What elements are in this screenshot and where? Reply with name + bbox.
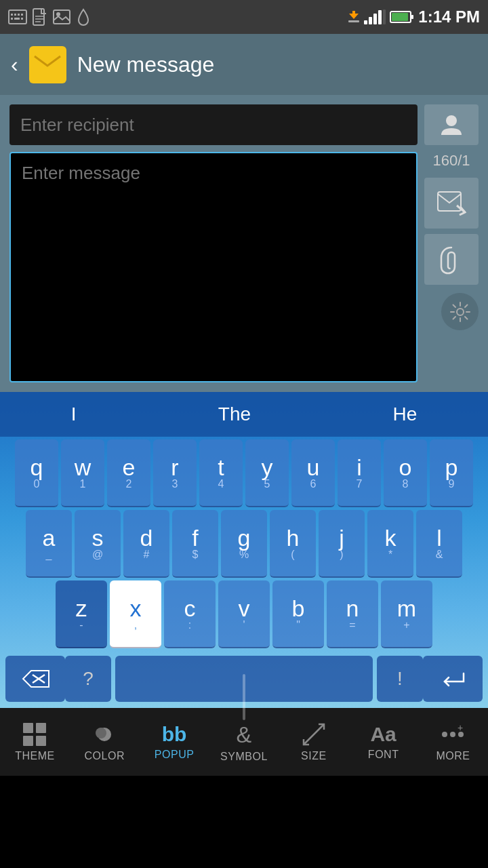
send-button[interactable] xyxy=(424,178,479,229)
page-title: New message xyxy=(77,52,215,77)
recipient-row xyxy=(9,104,479,145)
toolbar-font[interactable]: Aa FONT xyxy=(357,723,411,761)
question-key[interactable]: ? xyxy=(65,656,111,702)
settings-icon xyxy=(449,301,471,323)
recipient-input[interactable] xyxy=(9,104,418,145)
key-h[interactable]: h( xyxy=(270,510,316,578)
toolbar-theme[interactable]: THEME xyxy=(7,722,62,762)
enter-key[interactable] xyxy=(423,656,483,702)
key-y[interactable]: y5 xyxy=(245,439,289,507)
key-s[interactable]: s@ xyxy=(75,510,121,578)
key-j[interactable]: j) xyxy=(319,510,365,578)
message-actions: 160/1 xyxy=(424,152,479,330)
exclamation-key[interactable]: ! xyxy=(377,656,423,702)
toolbar-size[interactable]: SIZE xyxy=(287,722,341,762)
enter-icon xyxy=(439,668,466,690)
svg-rect-34 xyxy=(23,736,33,746)
svg-rect-4 xyxy=(21,14,23,16)
key-c[interactable]: c: xyxy=(164,580,216,648)
delete-key[interactable] xyxy=(5,656,65,702)
status-right-icons: 1:14 PM xyxy=(348,7,480,26)
svg-rect-5 xyxy=(11,18,13,20)
svg-rect-2 xyxy=(14,14,16,16)
svg-rect-18 xyxy=(369,17,372,24)
key-b[interactable]: b" xyxy=(272,580,324,648)
svg-rect-23 xyxy=(392,13,408,21)
space-key[interactable] xyxy=(115,656,373,702)
svg-rect-1 xyxy=(11,14,13,16)
svg-text:+: + xyxy=(458,722,463,733)
send-icon xyxy=(436,191,466,216)
status-left-icons xyxy=(8,8,91,26)
color-icon xyxy=(92,722,117,747)
key-l[interactable]: l& xyxy=(416,510,462,578)
key-e[interactable]: e2 xyxy=(107,439,150,507)
key-w[interactable]: w1 xyxy=(61,439,104,507)
suggestion-2[interactable]: He xyxy=(377,398,434,431)
key-i[interactable]: i7 xyxy=(338,439,381,507)
message-input[interactable] xyxy=(9,152,418,382)
char-count: 160/1 xyxy=(432,152,470,170)
toolbar-color[interactable]: COLOR xyxy=(77,722,131,762)
key-m[interactable]: m+ xyxy=(381,580,432,648)
suggestions-bar: I The He xyxy=(0,392,488,437)
key-t[interactable]: t4 xyxy=(199,439,243,507)
key-row-1: q0 w1 e2 r3 t4 y5 u6 i7 xyxy=(1,439,487,507)
suggestion-1[interactable]: The xyxy=(202,398,267,431)
suggestion-0[interactable]: I xyxy=(55,398,93,431)
time-display: 1:14 PM xyxy=(418,7,480,26)
key-row-3: z- x, c: v' b" n= m+ xyxy=(1,580,487,648)
key-v[interactable]: v' xyxy=(218,580,270,648)
key-g[interactable]: g% xyxy=(221,510,267,578)
droplet-icon xyxy=(76,8,91,26)
more-icon: + xyxy=(440,722,466,747)
toolbar-more[interactable]: + MORE xyxy=(426,722,480,762)
svg-rect-0 xyxy=(9,10,26,24)
popup-label: POPUP xyxy=(155,749,195,761)
attach-button[interactable] xyxy=(424,234,479,285)
svg-point-40 xyxy=(450,732,455,737)
svg-line-38 xyxy=(304,724,324,745)
svg-point-39 xyxy=(442,732,447,737)
font-icon: Aa xyxy=(370,723,396,746)
key-n[interactable]: n= xyxy=(327,580,378,648)
keyboard-icon xyxy=(8,9,27,24)
key-p[interactable]: p9 xyxy=(430,439,473,507)
key-r[interactable]: r3 xyxy=(153,439,197,507)
svg-rect-20 xyxy=(378,10,382,24)
toolbar-symbol[interactable]: & SYMBOL xyxy=(217,722,271,763)
svg-rect-32 xyxy=(23,723,33,733)
keyboard-bottom-row: ? ! xyxy=(0,654,488,708)
key-o[interactable]: o8 xyxy=(384,439,427,507)
color-label: COLOR xyxy=(85,750,125,762)
keyboard-keys: q0 w1 e2 r3 t4 y5 u6 i7 xyxy=(0,437,488,654)
key-f[interactable]: f$ xyxy=(172,510,218,578)
svg-rect-33 xyxy=(36,723,46,733)
font-label: FONT xyxy=(368,749,399,761)
svg-rect-24 xyxy=(411,15,413,19)
svg-rect-8 xyxy=(33,9,44,25)
svg-rect-17 xyxy=(364,20,367,24)
svg-rect-6 xyxy=(14,18,20,20)
key-u[interactable]: u6 xyxy=(291,439,335,507)
svg-rect-19 xyxy=(373,14,377,24)
toolbar-popup[interactable]: bb POPUP xyxy=(147,723,201,761)
svg-rect-25 xyxy=(35,54,60,73)
svg-point-29 xyxy=(457,309,464,315)
key-d[interactable]: d# xyxy=(123,510,169,578)
battery-icon xyxy=(390,10,414,24)
key-k[interactable]: k* xyxy=(367,510,413,578)
contact-picker-button[interactable] xyxy=(424,104,479,145)
theme-icon xyxy=(22,722,47,747)
key-q[interactable]: q0 xyxy=(15,439,58,507)
keyboard-settings-button[interactable] xyxy=(441,293,479,330)
message-icon xyxy=(29,46,66,83)
key-x[interactable]: x, xyxy=(110,580,161,648)
key-a[interactable]: a_ xyxy=(26,510,72,578)
back-button[interactable]: ‹ xyxy=(11,52,18,77)
attach-icon xyxy=(439,245,464,275)
signal-icon xyxy=(364,9,386,24)
svg-rect-15 xyxy=(352,11,355,16)
popup-icon: bb xyxy=(162,723,187,746)
key-z[interactable]: z- xyxy=(56,580,107,648)
